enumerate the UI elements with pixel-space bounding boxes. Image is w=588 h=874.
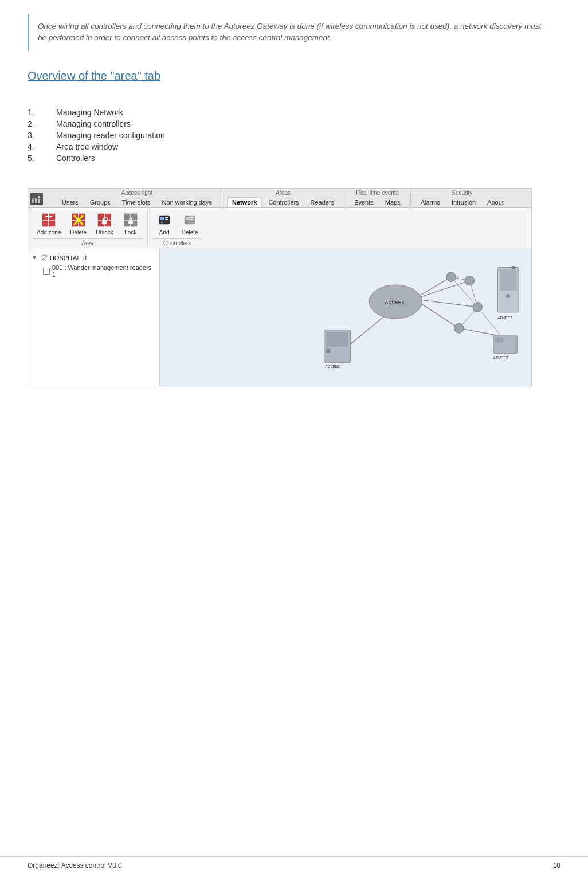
tab-maps[interactable]: Maps <box>380 197 406 207</box>
svg-rect-49 <box>326 348 330 352</box>
svg-rect-2 <box>38 196 40 203</box>
svg-rect-27 <box>160 217 164 220</box>
list-item: 3. Managing reader configuration <box>28 131 560 140</box>
cat-tabs-areas: Network Controllers Readers <box>227 197 339 207</box>
controllers-group-label: Controllers <box>152 238 202 246</box>
svg-rect-25 <box>128 220 133 224</box>
tree-child-label: 001 : Wander management readers 1 <box>52 264 156 278</box>
add-zone-button[interactable]: Add zone <box>33 210 65 237</box>
tab-intrusion[interactable]: Intrusion <box>446 197 481 207</box>
svg-rect-21 <box>124 214 130 220</box>
svg-rect-0 <box>32 199 34 203</box>
unlock-icon <box>96 212 112 228</box>
delete-area-icon <box>70 212 87 228</box>
toc-num: 2. <box>28 119 56 128</box>
svg-text:ADVEEZ: ADVEEZ <box>493 356 508 360</box>
toc-label: Managing reader configuration <box>56 131 165 140</box>
svg-rect-6 <box>42 221 48 226</box>
lock-button[interactable]: Lock <box>119 210 143 237</box>
svg-rect-33 <box>190 217 194 218</box>
app-toolbar: Add zone <box>28 208 531 249</box>
tree-expand-arrow: ▼ <box>32 254 37 261</box>
unlock-label: Unlock <box>96 229 113 236</box>
cat-label-real-time-events: Real time events <box>356 190 398 196</box>
toolbar-group-area: Add zone <box>33 210 148 246</box>
list-item: 4. Area tree window <box>28 142 560 151</box>
tab-time-slots[interactable]: Time slots <box>117 197 156 207</box>
tab-events[interactable]: Events <box>349 197 379 207</box>
svg-text:ADVEEZ: ADVEEZ <box>325 364 340 368</box>
add-controller-label: Add <box>159 229 170 236</box>
add-controller-button[interactable]: Add <box>152 210 177 237</box>
cat-label-access-right: Access right <box>121 190 152 196</box>
toc-label: Managing controllers <box>56 119 131 128</box>
lock-icon <box>123 212 139 228</box>
svg-line-38 <box>414 280 469 299</box>
page-footer: Organeez: Access control V3.0 10 <box>0 856 588 874</box>
cat-tabs-security: Alarms Intrusion About <box>415 197 509 207</box>
toc-num: 5. <box>28 154 56 163</box>
tree-panel: ▼ HOSPITAL H 001 : Wander management rea… <box>28 249 160 387</box>
network-diagram: ADVEEZ ADVEEZ ADVEEZ <box>313 249 520 375</box>
toolbar-group-controllers: Add Delete <box>148 210 207 246</box>
tab-alarms[interactable]: Alarms <box>415 197 445 207</box>
cat-label-areas: Areas <box>276 190 291 196</box>
delete-controller-icon <box>182 212 198 228</box>
list-item: 1. Managing Network <box>28 108 560 117</box>
tab-about[interactable]: About <box>482 197 509 207</box>
svg-rect-48 <box>326 332 348 347</box>
svg-rect-32 <box>186 217 190 220</box>
section-heading: Overview of the "area" tab <box>28 69 560 83</box>
app-logo <box>30 193 43 205</box>
svg-rect-28 <box>165 217 168 218</box>
tab-readers[interactable]: Readers <box>305 197 340 207</box>
app-screenshot: Access right Users Groups Time slots Non… <box>28 188 532 387</box>
tree-root-item[interactable]: ▼ HOSPITAL H <box>32 253 156 263</box>
note-box: Once wiring all controllers and connecti… <box>28 14 560 51</box>
add-zone-label: Add zone <box>37 229 61 236</box>
tab-users[interactable]: Users <box>57 197 84 207</box>
list-item: 2. Managing controllers <box>28 119 560 128</box>
svg-rect-20 <box>102 220 107 224</box>
footer-right: 10 <box>553 861 560 869</box>
tree-child-item[interactable]: 001 : Wander management readers 1 <box>32 263 156 279</box>
svg-text:ADVEEZ: ADVEEZ <box>497 316 512 320</box>
toc-label: Area tree window <box>56 142 118 151</box>
note-text: Once wiring all controllers and connecti… <box>38 22 541 42</box>
delete-area-button[interactable]: Delete <box>66 210 91 237</box>
toolbar-controllers-buttons: Add Delete <box>152 210 202 237</box>
toc-list: 1. Managing Network 2. Managing controll… <box>28 108 560 163</box>
svg-point-57 <box>454 323 464 333</box>
svg-rect-16 <box>98 214 104 220</box>
delete-controller-label: Delete <box>182 229 198 236</box>
svg-rect-22 <box>131 214 137 220</box>
category-tabs-bar: Access right Users Groups Time slots Non… <box>28 189 531 208</box>
cat-section-areas: Areas Network Controllers Readers <box>222 189 344 207</box>
svg-rect-30 <box>161 222 163 223</box>
page-content: Once wiring all controllers and connecti… <box>0 0 588 436</box>
toc-num: 1. <box>28 108 56 117</box>
tree-root-icon <box>40 254 48 262</box>
svg-text:ADVEEZ: ADVEEZ <box>385 300 405 305</box>
toc-num: 4. <box>28 142 56 151</box>
svg-rect-7 <box>49 221 55 226</box>
tree-item-checkbox[interactable] <box>43 268 50 275</box>
svg-point-61 <box>512 265 515 269</box>
delete-controller-button[interactable]: Delete <box>178 210 202 237</box>
unlock-button[interactable]: Unlock <box>92 210 117 237</box>
delete-area-label: Delete <box>70 229 87 236</box>
toolbar-area-buttons: Add zone <box>33 210 143 237</box>
toc-label: Controllers <box>56 154 95 163</box>
tab-controllers[interactable]: Controllers <box>263 197 304 207</box>
cat-section-real-time-events: Real time events Events Maps <box>344 189 411 207</box>
cat-section-access-right: Access right Users Groups Time slots Non… <box>52 189 222 207</box>
tab-network[interactable]: Network <box>227 197 262 207</box>
toc-label: Managing Network <box>56 108 123 117</box>
area-group-label: Area <box>33 238 143 246</box>
cat-tabs-access-right: Users Groups Time slots Non working days <box>57 197 217 207</box>
tab-groups[interactable]: Groups <box>85 197 116 207</box>
svg-point-56 <box>473 302 483 312</box>
cat-tabs-real-time-events: Events Maps <box>349 197 406 207</box>
tree-root-label: HOSPITAL H <box>50 254 87 261</box>
tab-non-working-days[interactable]: Non working days <box>157 197 217 207</box>
